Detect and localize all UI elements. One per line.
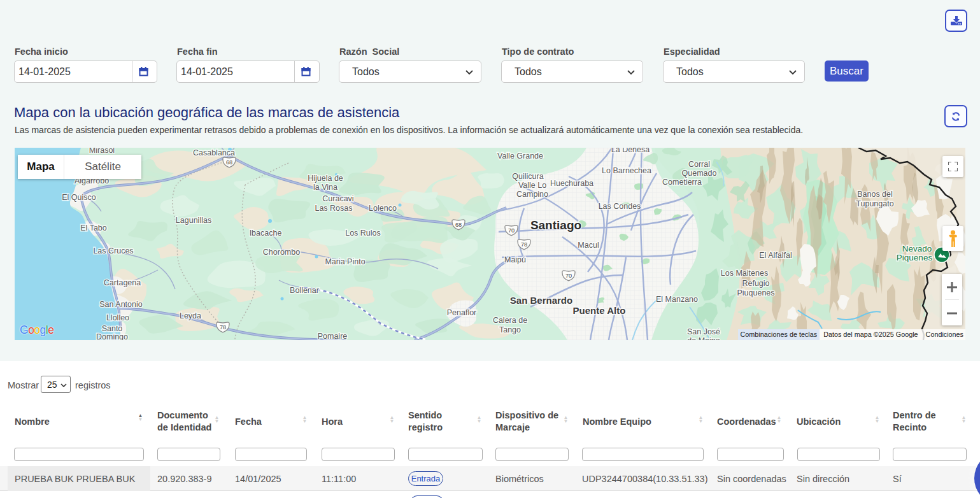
svg-text:Los Maitenes: Los Maitenes xyxy=(721,269,768,278)
svg-text:70: 70 xyxy=(565,273,572,279)
svg-text:Huechuraba: Huechuraba xyxy=(550,179,593,188)
svg-text:Lagunillas: Lagunillas xyxy=(176,216,211,225)
svg-text:Las Cruces: Las Cruces xyxy=(93,246,133,255)
svg-text:Bollenar: Bollenar xyxy=(290,286,319,295)
svg-text:Las Condes: Las Condes xyxy=(599,202,641,211)
svg-text:Nevado: Nevado xyxy=(902,244,932,253)
svg-text:Curacavi: Curacavi xyxy=(322,194,353,203)
svg-text:San Bernardo: San Bernardo xyxy=(510,295,572,306)
svg-text:70: 70 xyxy=(508,227,515,234)
svg-text:Chorombo: Chorombo xyxy=(263,248,300,257)
svg-text:Valle Lo: Valle Lo xyxy=(518,181,546,190)
svg-text:Corral: Corral xyxy=(688,160,710,169)
svg-text:de Maipo: de Maipo xyxy=(687,336,720,340)
svg-text:la Vina: la Vina xyxy=(313,183,337,192)
svg-text:Ibacache: Ibacache xyxy=(250,229,282,238)
svg-text:San Antonio: San Antonio xyxy=(99,300,142,309)
svg-text:Maipú: Maipú xyxy=(504,255,526,264)
svg-text:Valle Grande: Valle Grande xyxy=(497,152,543,160)
svg-text:Santiago: Santiago xyxy=(530,218,581,232)
svg-text:Quilicura: Quilicura xyxy=(512,172,543,181)
svg-text:Pomaire: Pomaire xyxy=(318,332,348,340)
svg-text:Calera de: Calera de xyxy=(493,316,527,325)
svg-text:Casablanca: Casablanca xyxy=(193,148,235,157)
svg-text:Hijuela de: Hijuela de xyxy=(308,174,343,183)
svg-text:El Manzano: El Manzano xyxy=(656,295,698,304)
svg-text:Puente Alto: Puente Alto xyxy=(573,305,626,316)
svg-text:Tango: Tango xyxy=(499,325,521,334)
svg-text:Llolleo: Llolleo xyxy=(106,313,129,322)
svg-text:68: 68 xyxy=(226,159,232,166)
svg-text:Maria Pinto: Maria Pinto xyxy=(325,257,365,266)
svg-text:Quemado: Quemado xyxy=(682,169,717,178)
svg-text:Lolenco: Lolenco xyxy=(369,204,397,213)
svg-text:Piuquenes: Piuquenes xyxy=(737,288,774,297)
svg-text:Campino: Campino xyxy=(516,190,548,199)
svg-text:Piquenes: Piquenes xyxy=(897,253,933,262)
svg-text:Mirasol: Mirasol xyxy=(89,148,115,155)
svg-text:Banos del: Banos del xyxy=(857,190,893,199)
svg-text:Cometierra: Cometierra xyxy=(662,178,702,187)
svg-text:Leyda: Leyda xyxy=(180,311,201,320)
svg-text:Domingo: Domingo xyxy=(96,332,128,340)
svg-text:La Dehesa: La Dehesa xyxy=(611,148,650,154)
svg-text:Penaflor: Penaflor xyxy=(447,308,477,317)
svg-text:El Quisco: El Quisco xyxy=(62,193,96,202)
svg-text:Cartagena: Cartagena xyxy=(104,278,141,287)
svg-text:Las Rosas: Las Rosas xyxy=(315,204,352,213)
svg-text:Tupungato: Tupungato xyxy=(856,199,893,208)
svg-text:Macul: Macul xyxy=(578,241,599,250)
svg-text:Santo: Santo xyxy=(102,324,123,333)
svg-text:78: 78 xyxy=(220,324,226,331)
svg-text:El Alfalfal: El Alfalfal xyxy=(759,251,792,260)
svg-text:El Tabo: El Tabo xyxy=(80,224,107,232)
svg-text:Refugio: Refugio xyxy=(742,279,769,288)
svg-text:68: 68 xyxy=(455,222,462,228)
svg-text:Lo Barnechea: Lo Barnechea xyxy=(602,166,651,175)
svg-text:78: 78 xyxy=(521,241,527,248)
svg-text:San José: San José xyxy=(687,327,720,336)
svg-text:Los Rulos: Los Rulos xyxy=(345,229,381,238)
